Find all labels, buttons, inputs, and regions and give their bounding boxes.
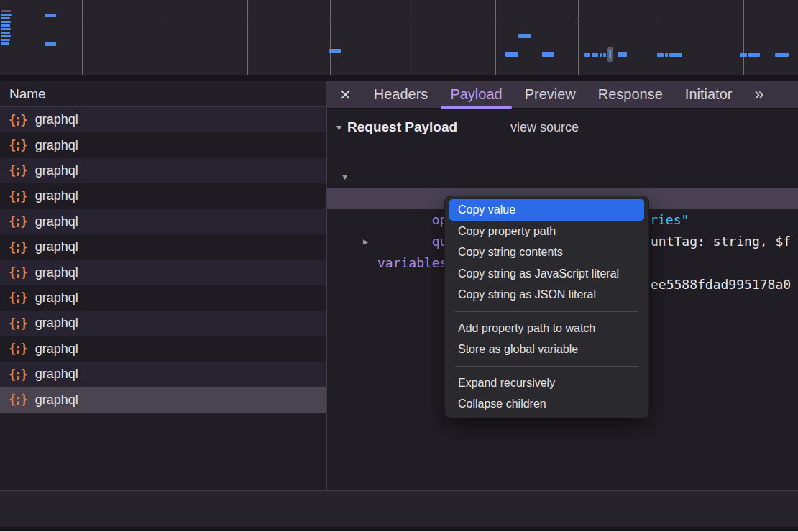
table-row[interactable]: {;} graphql xyxy=(0,158,326,183)
tab-initiator[interactable]: Initiator xyxy=(685,81,733,109)
request-timing-bar xyxy=(775,53,789,57)
json-braces-icon: {;} xyxy=(0,163,27,178)
json-braces-icon: {;} xyxy=(0,214,27,229)
tab-label: Headers xyxy=(374,86,428,103)
network-overview[interactable] xyxy=(0,0,798,75)
grid-line xyxy=(165,0,165,75)
menu-item-copy-string-contents[interactable]: Copy string contents xyxy=(449,242,644,263)
property-value-end: ee5588fdad995178a0 xyxy=(651,274,791,295)
selected-tab-underline xyxy=(441,106,511,109)
request-payload-section-header[interactable]: ▾ Request Payload view source xyxy=(327,116,798,138)
request-timing-bar xyxy=(665,53,668,57)
tab-payload[interactable]: Payload xyxy=(450,81,502,109)
request-name: graphql xyxy=(27,341,78,357)
table-row[interactable]: {;} graphql xyxy=(0,336,326,362)
menu-item-collapse-children[interactable]: Collapse children xyxy=(449,393,644,415)
request-timing-bar xyxy=(1,32,10,34)
request-name: graphql xyxy=(27,393,78,408)
table-row[interactable]: {;} graphql xyxy=(0,132,326,157)
request-timing-bar xyxy=(603,53,606,57)
request-name: graphql xyxy=(27,138,78,153)
devtools-network-panel: Name {;} graphql {;} graphql {;} graphql… xyxy=(0,0,798,532)
request-timing-bar xyxy=(505,52,518,57)
json-braces-icon: {;} xyxy=(0,240,27,254)
more-tabs-icon[interactable]: » xyxy=(754,85,762,104)
menu-item-copy-value[interactable]: Copy value xyxy=(449,199,644,221)
request-timing-bar xyxy=(1,28,11,30)
section-title: Request Payload xyxy=(347,116,457,138)
request-name: graphql xyxy=(27,367,78,382)
menu-item-add-property-path-to-watch[interactable]: Add property path to watch xyxy=(449,318,644,339)
table-row[interactable]: {;} graphql xyxy=(0,209,326,234)
table-row[interactable]: {;} graphql xyxy=(0,107,326,132)
pane-splitter[interactable] xyxy=(326,81,327,527)
request-name: graphql xyxy=(27,214,78,229)
table-row[interactable]: {;} graphql xyxy=(0,260,326,285)
tab-preview[interactable]: Preview xyxy=(525,81,576,109)
table-row[interactable]: {;} graphql xyxy=(0,183,326,208)
view-source-link[interactable]: view source xyxy=(510,116,579,138)
tab-label: Initiator xyxy=(685,86,733,103)
context-menu: Copy valueCopy property pathCopy string … xyxy=(444,196,649,418)
request-timing-bar xyxy=(542,52,554,57)
tab-headers[interactable]: Headers xyxy=(374,81,428,109)
menu-separator xyxy=(455,311,638,312)
request-name: graphql xyxy=(27,265,78,280)
json-braces-icon: {;} xyxy=(0,341,27,356)
request-timing-bar xyxy=(740,53,747,57)
request-timing-bar xyxy=(1,14,12,16)
request-timing-bar xyxy=(584,53,590,57)
requests-table: Name {;} graphql {;} graphql {;} graphql… xyxy=(0,81,326,490)
request-timing-bar xyxy=(1,42,9,45)
request-timing-bar xyxy=(607,47,613,62)
request-timing-bar xyxy=(669,53,682,57)
tree-row-root[interactable]: ▼ {operationName: "ipFlowTimeseries", va… xyxy=(327,145,798,166)
tab-label: Response xyxy=(598,86,663,103)
tree-row-operation-name[interactable]: operationName: "ipFlowTimeseries" xyxy=(327,166,798,188)
request-timing-bar xyxy=(1,39,10,41)
grid-line xyxy=(578,0,579,75)
status-footer xyxy=(0,491,798,527)
json-braces-icon: {;} xyxy=(0,393,27,407)
table-row[interactable]: {;} graphql xyxy=(0,387,326,412)
close-icon[interactable]: ✕ xyxy=(339,86,352,104)
menu-item-copy-property-path[interactable]: Copy property path xyxy=(449,221,644,242)
request-timing-bar xyxy=(600,53,602,57)
menu-item-copy-string-as-javascript-literal[interactable]: Copy string as JavaScript literal xyxy=(449,263,644,285)
request-timing-bar xyxy=(45,42,56,46)
tab-response[interactable]: Response xyxy=(598,81,663,109)
menu-item-expand-recursively[interactable]: Expand recursively xyxy=(449,372,644,394)
table-row[interactable]: {;} graphql xyxy=(0,362,326,387)
request-name: graphql xyxy=(27,290,78,306)
request-name: graphql xyxy=(27,188,78,203)
request-timing-bar xyxy=(1,21,11,23)
column-header-name[interactable]: Name xyxy=(0,81,326,107)
menu-separator xyxy=(455,366,638,367)
json-braces-icon: {;} xyxy=(0,189,27,203)
request-timing-bar xyxy=(748,53,760,57)
tab-label: Preview xyxy=(525,86,576,103)
request-timing-bar xyxy=(329,49,341,53)
request-timing-bar xyxy=(657,53,664,57)
table-row[interactable]: {;} graphql xyxy=(0,311,326,336)
property-key: variables xyxy=(377,252,448,274)
json-braces-icon: {;} xyxy=(0,265,27,280)
column-header-label: Name xyxy=(0,86,46,102)
details-tab-bar: ✕ Headers Payload Preview Response Initi… xyxy=(327,81,798,109)
table-row[interactable]: {;} graphql xyxy=(0,234,326,260)
property-value-end: untTag: string, $f xyxy=(651,231,791,252)
table-row[interactable]: {;} graphql xyxy=(0,285,326,311)
request-timing-bar xyxy=(592,53,598,57)
menu-item-copy-string-as-json-literal[interactable]: Copy string as JSON literal xyxy=(449,284,644,306)
grid-line xyxy=(0,19,798,19)
menu-item-store-as-global-variable[interactable]: Store as global variable xyxy=(449,339,644,360)
grid-line xyxy=(413,0,413,75)
grid-line xyxy=(247,0,248,75)
request-name: graphql xyxy=(27,112,78,127)
tab-label: Payload xyxy=(450,86,502,103)
request-timing-bar xyxy=(1,17,10,19)
json-braces-icon: {;} xyxy=(0,138,27,152)
json-braces-icon: {;} xyxy=(0,367,27,382)
request-timing-bar xyxy=(618,52,627,57)
grid-line xyxy=(495,0,496,75)
